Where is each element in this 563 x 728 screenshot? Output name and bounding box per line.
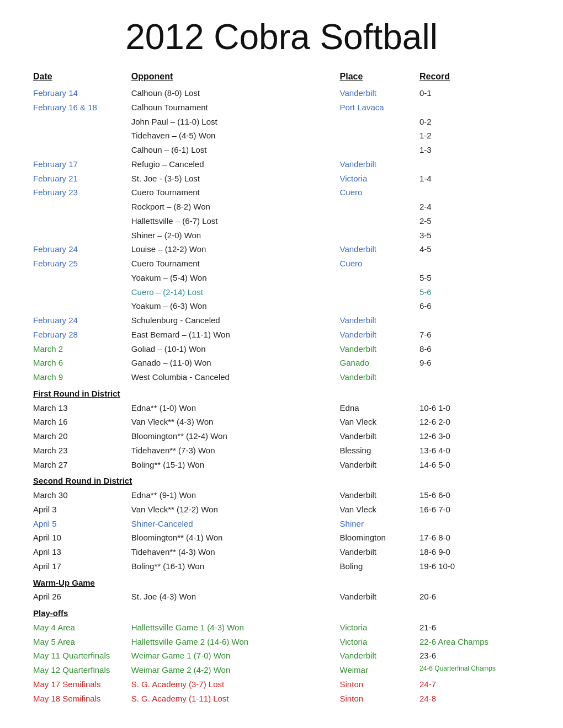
cell-record: 0-1 (419, 86, 530, 100)
table-row: Hallettsville – (6-7) Lost2-5 (33, 214, 530, 228)
cell-record: 1-4 (419, 172, 530, 186)
cell-record: 24-8 (419, 692, 530, 706)
cell-record: 5-6 (419, 285, 530, 299)
cell-opponent: Goliad – (10-1) Won (131, 342, 340, 356)
table-row: February 23Cuero TournamentCuero (33, 185, 530, 200)
cell-date: February 28 (33, 328, 131, 342)
cell-date (33, 129, 131, 143)
cell-date: March 27 (33, 458, 131, 472)
cell-record: 17-6 8-0 (419, 531, 530, 545)
cell-record: 13-6 4-0 (419, 443, 530, 458)
header-opponent: Opponent (131, 71, 340, 86)
cell-place: Vanderbilt (340, 157, 419, 172)
table-row: Calhoun – (6-1) Lost1-3 (33, 143, 530, 157)
cell-opponent: Tidehaven** (7-3) Won (131, 443, 340, 458)
cell-opponent: Hallettsville Game 1 (4-3) Won (131, 620, 340, 635)
cell-opponent: Shiner-Canceled (131, 517, 340, 531)
cell-date: February 25 (33, 256, 131, 271)
cell-record: 6-6 (419, 299, 530, 313)
cell-place: Vanderbilt (340, 488, 419, 502)
cell-record (419, 185, 530, 200)
cell-opponent: Bloomington** (4-1) Won (131, 531, 340, 545)
table-row: Cuero – (2-14) Lost5-6 (33, 285, 530, 299)
cell-opponent: Cuero Tournament (131, 185, 340, 200)
cell-place (340, 285, 419, 299)
section-header-label: Play-offs (33, 604, 530, 620)
cell-date: March 20 (33, 429, 131, 443)
cell-opponent: Calhoun (8-0) Lost (131, 86, 340, 100)
table-row: John Paul – (11-0) Lost0-2 (33, 115, 530, 129)
table-row: May 11 QuarterfinalsWeimar Game 1 (7-0) … (33, 649, 530, 663)
cell-place: Vanderbilt (340, 328, 419, 342)
cell-opponent: Refugio – Canceled (131, 157, 340, 172)
table-row: February 28East Bernard – (11-1) WonVand… (33, 328, 530, 342)
cell-record: 14-6 5-0 (419, 458, 530, 472)
cell-place: Vanderbilt (340, 370, 419, 384)
cell-opponent: Edna** (9-1) Won (131, 488, 340, 502)
cell-place: Edna (340, 401, 419, 415)
cell-opponent: Ganado – (11-0) Won (131, 356, 340, 370)
cell-record: 22-6 Area Champs (419, 635, 530, 649)
table-row: Play-offs (33, 604, 530, 620)
cell-place: Ganado (340, 356, 419, 370)
table-row: February 25Cuero TournamentCuero (33, 256, 530, 271)
cell-opponent: Yoakum – (5-4) Won (131, 271, 340, 285)
cell-record: 0-2 (419, 115, 530, 129)
cell-record: 1-2 (419, 129, 530, 143)
cell-place: Van Vleck (340, 415, 419, 429)
table-row: Second Round in District (33, 472, 530, 488)
cell-date: April 5 (33, 517, 131, 531)
cell-date (33, 200, 131, 214)
cell-record: 12-6 3-0 (419, 429, 530, 443)
table-row: March 9West Columbia - CanceledVanderbil… (33, 370, 530, 384)
cell-record: 7-6 (419, 328, 530, 342)
cell-record (419, 370, 530, 384)
cell-place: Vanderbilt (340, 313, 419, 328)
table-row: March 23Tidehaven** (7-3) WonBlessing13-… (33, 443, 530, 458)
cell-record: 4-5 (419, 242, 530, 256)
cell-record (419, 157, 530, 172)
cell-record: 23-6 (419, 649, 530, 663)
cell-place (340, 129, 419, 143)
cell-record: 15-6 6-0 (419, 488, 530, 502)
cell-record: 24-6 Quarterfinal Champs (419, 663, 530, 677)
cell-date: February 24 (33, 242, 131, 256)
table-row: April 3Van Vleck** (12-2) WonVan Vleck16… (33, 502, 530, 517)
table-row: February 16 & 18Calhoun TournamentPort L… (33, 100, 530, 115)
cell-place: Vanderbilt (340, 458, 419, 472)
cell-place: Victoria (340, 635, 419, 649)
cell-record: 1-3 (419, 143, 530, 157)
cell-place: Vanderbilt (340, 429, 419, 443)
cell-place: Vanderbilt (340, 86, 419, 100)
table-row: First Round in District (33, 384, 530, 401)
cell-date: May 4 Area (33, 620, 131, 635)
cell-date (33, 299, 131, 313)
header-place: Place (340, 71, 419, 86)
cell-opponent: Edna** (1-0) Won (131, 401, 340, 415)
cell-opponent: S. G. Academy (3-7) Lost (131, 677, 340, 692)
cell-date: May 12 Quarterfinals (33, 663, 131, 677)
cell-date: May 11 Quarterfinals (33, 649, 131, 663)
cell-record: 9-6 (419, 356, 530, 370)
cell-opponent: John Paul – (11-0) Lost (131, 115, 340, 129)
cell-date (33, 285, 131, 299)
section-header-label: First Round in District (33, 384, 530, 401)
cell-place: Vanderbilt (340, 545, 419, 559)
cell-date: February 24 (33, 313, 131, 328)
table-row: May 4 AreaHallettsville Game 1 (4-3) Won… (33, 620, 530, 635)
cell-place (340, 200, 419, 214)
cell-opponent: Weimar Game 2 (4-2) Won (131, 663, 340, 677)
cell-record: 2-4 (419, 200, 530, 214)
cell-place: Victoria (340, 620, 419, 635)
table-row: March 2Goliad – (10-1) WonVanderbilt8-6 (33, 342, 530, 356)
cell-date (33, 228, 131, 243)
cell-opponent: Calhoun – (6-1) Lost (131, 143, 340, 157)
cell-date: April 26 (33, 590, 131, 604)
cell-record: 8-6 (419, 342, 530, 356)
cell-date (33, 115, 131, 129)
table-row: May 17 SemifinalsS. G. Academy (3-7) Los… (33, 677, 530, 692)
cell-date: March 30 (33, 488, 131, 502)
cell-date: April 10 (33, 531, 131, 545)
cell-record: 24-7 (419, 677, 530, 692)
cell-date: February 21 (33, 172, 131, 186)
